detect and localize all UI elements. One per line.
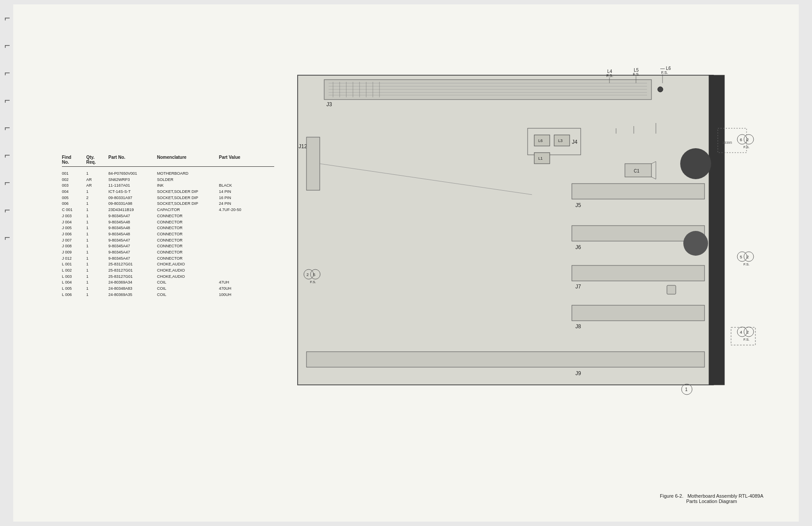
svg-text:J12: J12: [299, 143, 307, 150]
cell-find: C 001: [62, 207, 86, 213]
cell-val: [219, 220, 263, 225]
table-row: 003 AR 11-1167A01 INK BLACK: [62, 183, 274, 188]
cell-val: 14 PIN: [219, 189, 263, 195]
cell-qty: 1: [86, 268, 108, 273]
cell-nom: CONNECTOR: [157, 256, 219, 261]
cell-val: [219, 171, 263, 177]
cell-part: 9-80345A47: [108, 238, 157, 243]
cell-nom: COIL: [157, 286, 219, 292]
cell-nom: MOTHERBOARD: [157, 171, 219, 177]
cell-find: 005: [62, 196, 86, 201]
cell-find: 002: [62, 177, 86, 183]
svg-rect-34: [306, 352, 705, 367]
svg-rect-1: [709, 75, 724, 385]
svg-text:5: 5: [740, 255, 742, 259]
table-row: 004 1 ICT-14S-S-T SOCKET,SOLDER DIP 14 P…: [62, 189, 274, 195]
cell-qty: 1: [86, 214, 108, 219]
svg-text:1: 1: [685, 387, 688, 392]
cell-val: [219, 177, 263, 183]
svg-text:J3: J3: [326, 101, 332, 108]
cell-qty: 1: [86, 232, 108, 237]
cell-part: 24-80348A83: [108, 286, 157, 292]
table-row: 005 2 09-80331A97 SOCKET,SOLDER DIP 16 P…: [62, 196, 274, 201]
table-rows: 001 1 84-P07650V001 MOTHERBOARD 002 AR S…: [62, 171, 274, 297]
svg-text:F.S.: F.S.: [310, 280, 316, 284]
cell-nom: CHOKE,AUDIO: [157, 268, 219, 273]
svg-text:2: 2: [306, 273, 309, 277]
cell-val: [219, 256, 263, 261]
cell-val: 47UH: [219, 280, 263, 285]
cell-val: [219, 250, 263, 255]
table-row: J 009 1 9-80345A47 CONNECTOR: [62, 250, 274, 255]
cell-nom: CONNECTOR: [157, 250, 219, 255]
table-row: C 001 1 23D43411B19 CAPACITOR 4.7UF-20-5…: [62, 207, 274, 213]
cell-qty: 1: [86, 226, 108, 231]
svg-text:L6: L6: [538, 138, 543, 143]
svg-rect-31: [667, 285, 676, 294]
cell-val: [219, 214, 263, 219]
svg-rect-25: [572, 184, 705, 199]
page-container: ⌐ ⌐ ⌐ ⌐ ⌐ ⌐ ⌐ ⌐ ⌐ FindNo. Qty.Req. Part …: [0, 0, 812, 526]
table-row: 001 1 84-P07650V001 MOTHERBOARD: [62, 171, 274, 177]
cell-qty: 1: [86, 220, 108, 225]
cell-qty: 2: [86, 196, 108, 201]
cell-find: J 009: [62, 250, 86, 255]
cell-part: 25-83127G01: [108, 268, 157, 273]
cell-nom: INK: [157, 183, 219, 188]
svg-text:F.S.: F.S.: [661, 70, 668, 75]
cell-qty: 1: [86, 201, 108, 207]
svg-text:2: 2: [747, 138, 749, 142]
cell-nom: CHOKE,AUDIO: [157, 274, 219, 280]
cell-nom: CONNECTOR: [157, 244, 219, 249]
cell-val: 16 PIN: [219, 196, 263, 201]
cell-qty: 1: [86, 292, 108, 298]
cell-find: J 005: [62, 226, 86, 231]
svg-text:2: 2: [747, 330, 749, 334]
figure-caption: Figure 6-2. Motherboard Assembly RTL-408…: [660, 493, 763, 504]
cell-nom: COIL: [157, 292, 219, 298]
svg-text:C1: C1: [634, 169, 640, 173]
svg-text:5: 5: [313, 273, 315, 277]
svg-point-82: [680, 148, 711, 179]
cell-find: J 008: [62, 244, 86, 249]
col-header-qty: Qty.Req.: [86, 155, 108, 165]
svg-text:J5: J5: [575, 202, 581, 208]
cell-part: 11-1167A01: [108, 183, 157, 188]
table-row: J 008 1 9-80345A47 CONNECTOR: [62, 244, 274, 249]
cell-nom: SOCKET,SOLDER DIP: [157, 196, 219, 201]
cell-part: 09-80331A98: [108, 201, 157, 207]
table-row: L 002 1 25-83127G01 CHOKE,AUDIO: [62, 268, 274, 273]
cell-find: J 006: [62, 232, 86, 237]
cell-nom: CONNECTOR: [157, 220, 219, 225]
col-header-part: Part No.: [108, 155, 157, 165]
cell-qty: 1: [86, 244, 108, 249]
col-header-nom: Nomenclature: [157, 155, 219, 165]
cell-part: 23D43411B19: [108, 207, 157, 213]
cell-qty: AR: [86, 183, 108, 188]
cell-nom: CAPACITOR: [157, 207, 219, 213]
cell-qty: 1: [86, 256, 108, 261]
cell-nom: SOCKET,SOLDER DIP: [157, 189, 219, 195]
cell-part: ICT-14S-S-T: [108, 189, 157, 195]
table-row: L 003 1 25-83127G01 CHOKE,AUDIO: [62, 274, 274, 280]
cell-find: J 012: [62, 256, 86, 261]
cell-val: 24 PIN: [219, 201, 263, 207]
cell-part: 84-P07650V001: [108, 171, 157, 177]
cell-val: [219, 238, 263, 243]
cell-part: 24-80369A35: [108, 292, 157, 298]
cell-nom: CONNECTOR: [157, 226, 219, 231]
cell-val: 4.7UF-20-50: [219, 207, 263, 213]
cell-qty: AR: [86, 177, 108, 183]
document-area: FindNo. Qty.Req. Part No. Nomenclature P…: [13, 4, 799, 522]
svg-text:13395: 13395: [722, 141, 732, 145]
cell-val: 470UH: [219, 286, 263, 292]
svg-rect-11: [306, 137, 320, 190]
table-row: 006 1 09-80331A98 SOCKET,SOLDER DIP 24 P…: [62, 201, 274, 207]
svg-rect-61: [731, 327, 755, 345]
cell-qty: 1: [86, 207, 108, 213]
cell-nom: SOLDER: [157, 177, 219, 183]
cell-val: [219, 226, 263, 231]
cell-part: 9-80345A47: [108, 214, 157, 219]
cell-find: L 004: [62, 280, 86, 285]
cell-find: L 005: [62, 286, 86, 292]
